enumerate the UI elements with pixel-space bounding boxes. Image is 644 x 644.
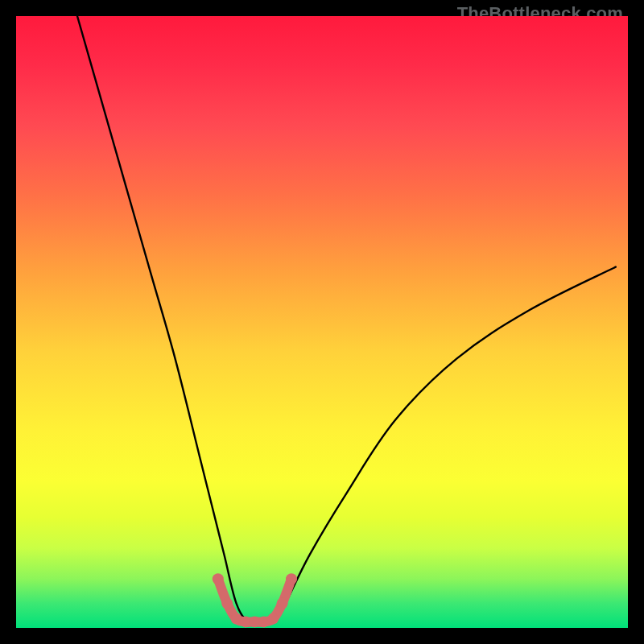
chart-frame: TheBottleneck.com: [0, 0, 644, 644]
marker-dot: [277, 598, 288, 609]
bottleneck-curve: [77, 16, 616, 623]
optimal-range-dots: [213, 573, 297, 627]
marker-dot: [213, 573, 224, 584]
marker-dot: [221, 598, 233, 609]
plot-area: [16, 16, 628, 628]
curve-layer: [16, 16, 628, 628]
marker-dot: [286, 573, 297, 584]
marker-dot: [267, 613, 279, 625]
